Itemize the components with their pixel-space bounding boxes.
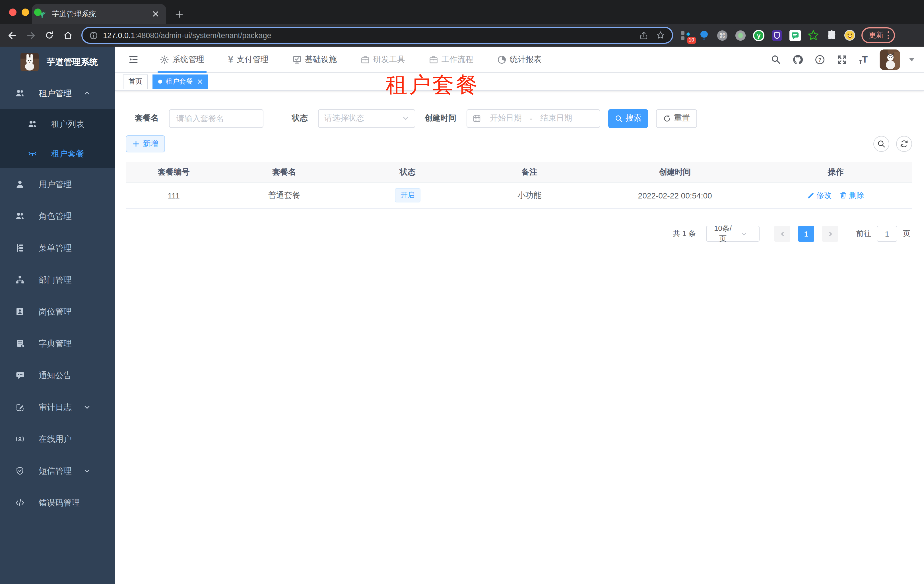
sidebar-item-label: 租户列表 [51,118,84,129]
help-icon[interactable]: ? [815,54,825,64]
new-tab-button[interactable] [174,9,184,19]
topnav-payment[interactable]: ¥ 支付管理 [221,46,276,72]
forward-icon[interactable] [26,30,36,41]
site-info-icon[interactable] [89,31,98,39]
browser-menu-icon[interactable] [888,31,889,39]
sidebar-item-tenant-package[interactable]: 租户套餐 [0,139,115,168]
svg-text:⌘: ⌘ [719,32,726,39]
package-name-input[interactable] [169,109,264,128]
sidebar-item-error-code[interactable]: 错误码管理 [0,487,115,518]
maximize-window-button[interactable] [34,8,41,16]
sidebar-item-dict-management[interactable]: 字典管理 [0,327,115,359]
total-count: 共 1 条 [673,229,696,239]
ext-balloon-icon[interactable] [698,29,710,41]
tag-home[interactable]: 首页 [123,74,148,89]
search-button[interactable]: 搜索 [608,109,648,128]
share-icon[interactable] [640,31,648,39]
cell-package-name: 普通套餐 [222,190,346,201]
reset-button[interactable]: 重置 [656,109,697,128]
sidebar-item-menu-management[interactable]: 菜单管理 [0,232,115,264]
edit-link[interactable]: 修改 [807,190,832,201]
topnav-reports[interactable]: 统计报表 [490,46,548,72]
badge-icon [15,307,25,316]
chevron-down-icon [82,404,92,411]
tags-bar: 首页 租户套餐 [115,73,924,91]
goto-page-input[interactable] [877,226,897,242]
ext-shield-icon[interactable] [771,29,783,41]
ext-profile-smiley-icon[interactable] [844,29,856,41]
ext-chat-icon[interactable] [789,29,801,41]
topnav-infrastructure[interactable]: 基础设施 [285,46,344,72]
end-date-placeholder: 结束日期 [536,113,577,123]
minimize-window-button[interactable] [21,8,29,16]
org-tree-icon [15,275,25,284]
users-icon [27,119,38,128]
add-button[interactable]: 新增 [126,135,165,152]
sidebar-item-department-management[interactable]: 部门管理 [0,264,115,296]
bookmark-star-icon[interactable] [656,31,665,40]
topnav-devtools[interactable]: 研发工具 [354,46,412,72]
page-size-select[interactable]: 10条/页 [706,226,759,242]
url-host: 127.0.0.1 [103,31,135,39]
next-page-button[interactable] [822,226,838,242]
sidebar-item-notice[interactable]: 通知公告 [0,359,115,391]
browser-update-button[interactable]: 更新 [861,27,895,43]
sidebar-item-tenant-list[interactable]: 租户列表 [0,109,115,139]
search-icon[interactable] [771,54,780,64]
sidebar-item-online-users[interactable]: 在线用户 [0,423,115,455]
sidebar-item-user-management[interactable]: 用户管理 [0,168,115,200]
github-icon[interactable] [792,54,802,64]
extension-icons: 10 ⌘ y [680,29,856,41]
home-icon[interactable] [63,30,73,41]
ext-recorder-icon[interactable] [734,29,746,41]
sidebar-item-audit-log[interactable]: 审计日志 [0,391,115,423]
tag-tenant-package[interactable]: 租户套餐 [152,74,208,89]
tag-close-icon[interactable] [198,78,203,85]
current-page-button[interactable]: 1 [798,226,814,242]
sidebar-item-tenant-management[interactable]: 租户管理 [0,77,115,109]
back-icon[interactable] [7,30,18,41]
search-button-label: 搜索 [625,113,642,123]
url-text[interactable]: 127.0.0.1:48080/admin-ui/system/tenant/p… [103,31,640,39]
browser-tab[interactable]: 芋道管理系统 [32,4,166,24]
tab-close-icon[interactable] [151,9,160,19]
sidebar-item-post-management[interactable]: 岗位管理 [0,296,115,327]
sidebar-item-label: 租户管理 [39,88,72,99]
ext-star-icon[interactable] [807,29,819,41]
date-range-picker[interactable]: 开始日期 - 结束日期 [467,109,600,128]
sidebar-item-sms-management[interactable]: 短信管理 [0,455,115,487]
refresh-table-button[interactable] [896,136,912,152]
col-header-package-id: 套餐编号 [126,167,222,177]
caret-down-icon[interactable] [909,57,915,62]
topnav-label: 支付管理 [237,54,269,64]
log-icon [15,403,25,412]
fullscreen-icon[interactable] [837,54,847,64]
chevron-up-icon [82,90,92,97]
show-search-button[interactable] [873,136,889,152]
logo-rabbit-image [20,53,39,71]
url-bar[interactable]: 127.0.0.1:48080/admin-ui/system/tenant/p… [81,27,673,44]
user-avatar[interactable] [879,49,900,70]
calendar-icon [473,114,481,122]
sidebar-collapse-icon[interactable] [129,54,138,64]
svg-text:?: ? [818,57,822,63]
sidebar-submenu-tenant: 租户列表 租户套餐 [0,109,115,168]
status-select[interactable]: 请选择状态 [318,109,415,128]
ext-puzzle-icon[interactable] [825,29,838,41]
cell-created: 2022-02-22 00:54:00 [590,191,759,200]
close-window-button[interactable] [9,8,16,16]
prev-page-button[interactable] [774,226,790,242]
dashboard-icon [497,55,507,64]
topnav-system[interactable]: 系统管理 [153,46,211,72]
col-header-created: 创建时间 [590,167,759,177]
ext-command-icon[interactable]: ⌘ [716,29,728,41]
sidebar-item-role-management[interactable]: 角色管理 [0,200,115,232]
reload-icon[interactable] [45,30,54,40]
sidebar-logo[interactable]: 芋道管理系统 [0,47,115,77]
ext-dashboard-icon[interactable]: 10 [680,29,692,41]
topnav-workflow[interactable]: 工作流程 [422,46,480,72]
font-size-icon[interactable]: TT [859,54,868,64]
ext-y-green-icon[interactable]: y [753,29,765,41]
delete-link[interactable]: 删除 [840,190,864,201]
date-label: 创建时间 [424,113,456,123]
